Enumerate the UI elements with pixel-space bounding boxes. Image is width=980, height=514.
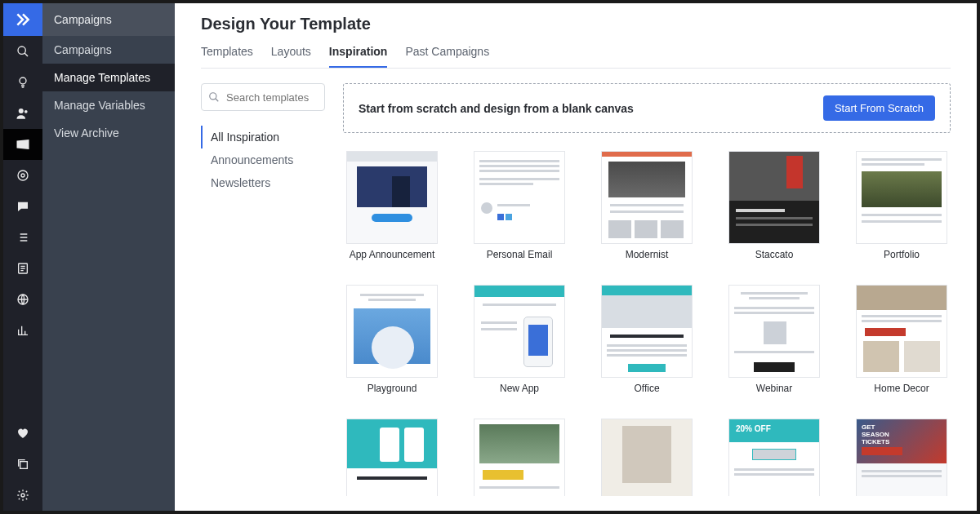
campaigns-icon[interactable]: [3, 129, 42, 160]
tab-inspiration[interactable]: Inspiration: [329, 45, 388, 68]
svg-point-9: [21, 494, 24, 497]
app-logo[interactable]: [3, 3, 42, 36]
template-staccato[interactable]: Staccato: [725, 151, 823, 260]
template-home-decor[interactable]: Home Decor: [853, 285, 951, 394]
svg-rect-8: [20, 462, 28, 469]
sidebar-item-manage-templates[interactable]: Manage Templates: [42, 64, 175, 91]
conversations-icon[interactable]: [3, 191, 42, 222]
tab-past-campaigns[interactable]: Past Campaigns: [405, 45, 489, 68]
search-box: [201, 83, 325, 111]
svg-point-10: [210, 93, 216, 100]
svg-point-4: [18, 171, 28, 180]
filter-all-inspiration[interactable]: All Inspiration: [201, 126, 325, 148]
sidebar-item-campaigns[interactable]: Campaigns: [42, 36, 175, 64]
tab-layouts[interactable]: Layouts: [271, 45, 311, 68]
svg-point-5: [21, 174, 24, 177]
template-card[interactable]: GETSEASONTICKETS: [853, 419, 951, 496]
filter-list: All Inspiration Announcements Newsletter…: [201, 126, 325, 194]
sidebar-title: Campaigns: [42, 3, 175, 36]
main: Design Your Template Templates Layouts I…: [175, 3, 977, 511]
sidebar: Campaigns Campaigns Manage Templates Man…: [42, 3, 175, 511]
search-icon[interactable]: [3, 36, 42, 67]
settings-icon[interactable]: [3, 480, 42, 511]
template-grid: App Announcement Personal Email: [343, 151, 951, 496]
page-icon[interactable]: [3, 253, 42, 284]
template-card[interactable]: 20% OFF: [725, 419, 823, 496]
contacts-icon[interactable]: [3, 98, 42, 129]
sidebar-item-manage-variables[interactable]: Manage Variables: [42, 91, 175, 119]
scratch-text: Start from scratch and design from a bla…: [359, 102, 634, 115]
template-card[interactable]: [598, 419, 696, 496]
template-new-app[interactable]: New App: [470, 285, 568, 394]
list-icon[interactable]: [3, 222, 42, 253]
start-from-scratch-button[interactable]: Start From Scratch: [823, 95, 935, 121]
heart-icon[interactable]: [3, 418, 42, 449]
lightbulb-icon[interactable]: [3, 67, 42, 98]
sidebar-item-view-archive[interactable]: View Archive: [42, 119, 175, 147]
template-card[interactable]: [343, 419, 441, 496]
globe-icon[interactable]: [3, 284, 42, 315]
search-icon: [208, 91, 220, 103]
tab-templates[interactable]: Templates: [201, 45, 253, 68]
template-webinar[interactable]: Webinar: [725, 285, 823, 394]
template-personal-email[interactable]: Personal Email: [470, 151, 568, 260]
template-app-announcement[interactable]: App Announcement: [343, 151, 441, 260]
template-modernist[interactable]: Modernist: [598, 151, 696, 260]
template-office[interactable]: Office: [598, 285, 696, 394]
scratch-banner: Start from scratch and design from a bla…: [343, 83, 951, 133]
svg-point-1: [20, 78, 26, 84]
filter-newsletters[interactable]: Newsletters: [201, 171, 325, 194]
reports-icon[interactable]: [3, 315, 42, 346]
svg-point-2: [19, 109, 24, 113]
template-card[interactable]: [470, 419, 568, 496]
svg-point-0: [18, 47, 25, 54]
icon-rail: [3, 3, 42, 511]
tabs: Templates Layouts Inspiration Past Campa…: [201, 45, 951, 69]
template-playground[interactable]: Playground: [343, 285, 441, 394]
filter-announcements[interactable]: Announcements: [201, 148, 325, 171]
automation-icon[interactable]: [3, 160, 42, 191]
stack-icon[interactable]: [3, 449, 42, 480]
svg-point-3: [24, 110, 28, 113]
page-title: Design Your Template: [201, 15, 951, 33]
template-portfolio[interactable]: Portfolio: [853, 151, 951, 260]
